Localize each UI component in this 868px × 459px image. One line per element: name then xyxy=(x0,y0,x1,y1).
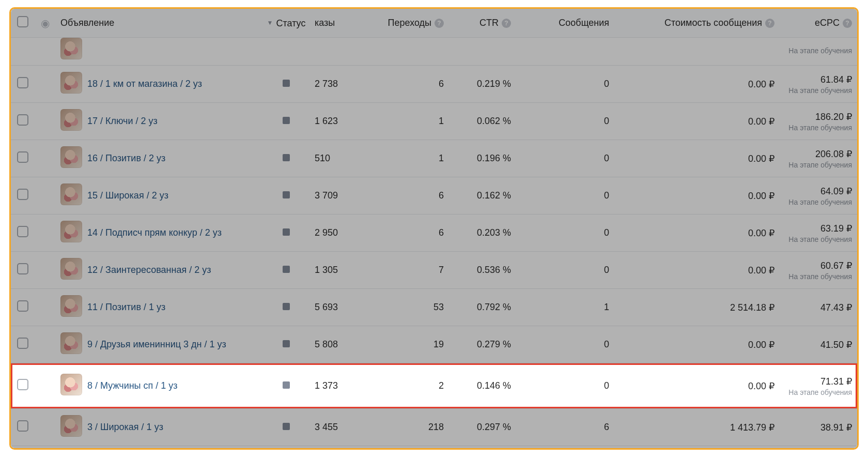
col-status[interactable]: ▼Статус xyxy=(258,9,315,38)
row-cost-msg: 0.00 xyxy=(614,103,780,140)
row-clicks xyxy=(361,38,449,66)
ad-name[interactable]: 11 / Позитив / 1 уз xyxy=(82,289,258,326)
ad-link[interactable]: 15 / Широкая / 2 уз xyxy=(87,190,168,201)
row-clicks: 218 xyxy=(361,409,449,446)
ad-thumbnail[interactable] xyxy=(55,177,82,215)
row-select[interactable] xyxy=(11,66,35,103)
table-row[interactable]: 17 / Ключи / 2 уз1 62310.062 %00.00186.2… xyxy=(11,103,857,140)
row-select[interactable] xyxy=(11,38,35,66)
table-row[interactable]: 8 / Мужчины сп / 1 уз1 37320.146 %00.007… xyxy=(11,363,857,409)
ad-thumbnail[interactable] xyxy=(55,140,82,177)
table-row[interactable]: 9 / Друзья именинниц 3 дн / 1 уз5 808190… xyxy=(11,326,857,363)
ad-link[interactable]: 12 / Заинтересованная / 2 уз xyxy=(87,265,211,275)
row-clicks: 6 xyxy=(361,177,449,215)
row-status[interactable] xyxy=(258,177,315,215)
row-cost-msg: 2 514.18 xyxy=(614,289,780,326)
table-row[interactable]: 18 / 1 км от магазина / 2 уз2 73860.219 … xyxy=(11,66,857,103)
row-messages: 0 xyxy=(516,252,614,289)
table-row[interactable]: 2 / Подписч прям конкур / 1 уз2 636100.3… xyxy=(11,446,857,450)
ad-thumbnail[interactable] xyxy=(55,363,82,409)
ad-name[interactable]: 2 / Подписч прям конкур / 1 уз xyxy=(82,446,258,450)
row-select[interactable] xyxy=(11,326,35,363)
row-select[interactable] xyxy=(11,103,35,140)
checkbox-icon xyxy=(17,420,28,432)
ad-name[interactable]: 12 / Заинтересованная / 2 уз xyxy=(82,252,258,289)
ad-thumbnail[interactable] xyxy=(55,215,82,252)
row-kazy: 3 709 xyxy=(315,177,361,215)
ad-link[interactable]: 18 / 1 км от магазина / 2 уз xyxy=(87,79,202,89)
row-select[interactable] xyxy=(11,252,35,289)
ad-name[interactable]: 8 / Мужчины сп / 1 уз xyxy=(82,363,258,409)
table-row[interactable]: 11 / Позитив / 1 уз5 693530.792 %12 514.… xyxy=(11,289,857,326)
col-cost-msg[interactable]: Стоимость сообщения ? xyxy=(614,9,780,38)
ad-link[interactable]: 17 / Ключи / 2 уз xyxy=(87,116,158,126)
row-select[interactable] xyxy=(11,215,35,252)
row-select[interactable] xyxy=(11,289,35,326)
col-kazy[interactable]: казы xyxy=(315,9,361,38)
ad-name[interactable]: 3 / Широкая / 1 уз xyxy=(82,409,258,446)
col-ecpc-label: eCPC xyxy=(815,18,840,28)
ad-thumbnail[interactable] xyxy=(55,446,82,450)
ad-link[interactable]: 9 / Друзья именинниц 3 дн / 1 уз xyxy=(87,339,226,349)
ad-link[interactable]: 3 / Широкая / 1 уз xyxy=(87,422,163,432)
row-status[interactable] xyxy=(258,409,315,446)
ad-name[interactable] xyxy=(82,38,258,66)
row-status[interactable] xyxy=(258,363,315,409)
ad-thumbnail[interactable] xyxy=(55,66,82,103)
row-status[interactable] xyxy=(258,66,315,103)
ad-thumbnail[interactable] xyxy=(55,103,82,140)
ad-link[interactable]: 16 / Позитив / 2 уз xyxy=(87,153,165,163)
col-clicks[interactable]: Переходы ? xyxy=(361,9,449,38)
ad-thumbnail[interactable] xyxy=(55,409,82,446)
row-status[interactable] xyxy=(258,289,315,326)
help-icon[interactable]: ? xyxy=(435,19,444,28)
row-select[interactable] xyxy=(11,446,35,450)
row-select[interactable] xyxy=(11,140,35,177)
ad-name[interactable]: 17 / Ключи / 2 уз xyxy=(82,103,258,140)
row-status[interactable] xyxy=(258,252,315,289)
row-kazy: 5 693 xyxy=(315,289,361,326)
table-row[interactable]: На этапе обучения xyxy=(11,38,857,66)
row-select[interactable] xyxy=(11,409,35,446)
row-status[interactable] xyxy=(258,103,315,140)
ad-name[interactable]: 9 / Друзья именинниц 3 дн / 1 уз xyxy=(82,326,258,363)
row-messages: 6 xyxy=(516,409,614,446)
row-status[interactable] xyxy=(258,140,315,177)
ad-link[interactable]: 11 / Позитив / 1 уз xyxy=(87,302,165,312)
row-select[interactable] xyxy=(11,177,35,215)
table-row[interactable]: 15 / Широкая / 2 уз3 70960.162 %00.0064.… xyxy=(11,177,857,215)
table-row[interactable]: 3 / Широкая / 1 уз3 4552180.297 %61 413.… xyxy=(11,409,857,446)
row-select[interactable] xyxy=(11,363,35,409)
ad-link[interactable]: 8 / Мужчины сп / 1 уз xyxy=(87,380,178,391)
checkbox-icon xyxy=(17,151,28,163)
col-ecpc[interactable]: eCPC ? xyxy=(780,9,857,38)
col-messages[interactable]: Сообщения xyxy=(516,9,614,38)
col-ad-label: Объявление xyxy=(60,18,114,28)
ad-name[interactable]: 14 / Подписч прям конкур / 2 уз xyxy=(82,215,258,252)
table-row[interactable]: 14 / Подписч прям конкур / 2 уз2 95060.2… xyxy=(11,215,857,252)
table-row[interactable]: 12 / Заинтересованная / 2 уз1 30570.536 … xyxy=(11,252,857,289)
ad-name[interactable]: 16 / Позитив / 2 уз xyxy=(82,140,258,177)
ad-thumbnail[interactable] xyxy=(55,289,82,326)
ad-name[interactable]: 18 / 1 км от магазина / 2 уз xyxy=(82,66,258,103)
row-status[interactable] xyxy=(258,446,315,450)
row-status[interactable] xyxy=(258,326,315,363)
col-preview[interactable]: ◉ xyxy=(35,9,55,38)
ad-thumbnail[interactable] xyxy=(55,252,82,289)
row-status[interactable] xyxy=(258,38,315,66)
table-row[interactable]: 16 / Позитив / 2 уз51010.196 %00.00206.0… xyxy=(11,140,857,177)
row-status[interactable] xyxy=(258,215,315,252)
help-icon[interactable]: ? xyxy=(765,19,774,28)
row-cost-msg: 0.00 xyxy=(614,363,780,409)
help-icon[interactable]: ? xyxy=(843,19,852,28)
ad-name[interactable]: 15 / Широкая / 2 уз xyxy=(82,177,258,215)
col-ad[interactable]: Объявление xyxy=(55,9,258,38)
help-icon[interactable]: ? xyxy=(502,19,511,28)
col-select-all[interactable] xyxy=(11,9,35,38)
ad-thumbnail[interactable] xyxy=(55,38,82,66)
row-messages: 0 xyxy=(516,326,614,363)
row-ctr: 0.536 % xyxy=(449,252,516,289)
col-ctr[interactable]: CTR ? xyxy=(449,9,516,38)
ad-thumbnail[interactable] xyxy=(55,326,82,363)
ad-link[interactable]: 14 / Подписч прям конкур / 2 уз xyxy=(87,227,222,238)
